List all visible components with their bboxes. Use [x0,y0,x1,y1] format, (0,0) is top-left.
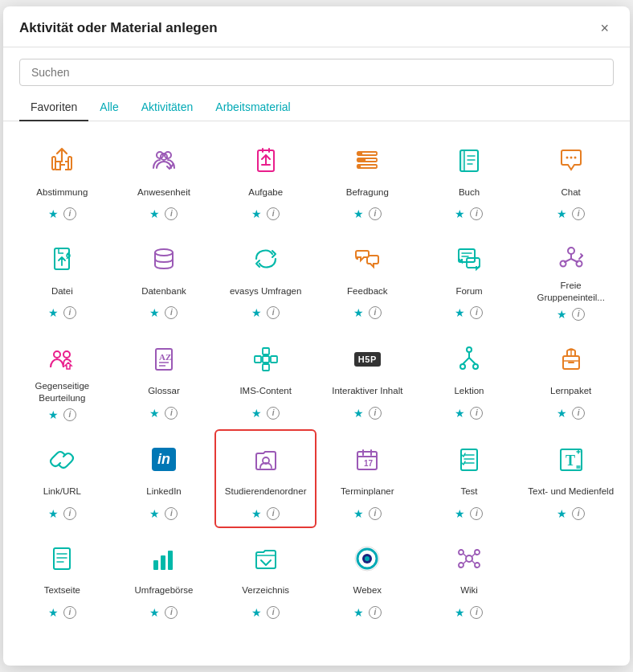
item-terminplaner[interactable]: 17 Terminplaner ★ i [316,429,419,528]
tab-aktivitaeten[interactable]: Aktivitäten [130,94,205,121]
evasys-info[interactable]: i [267,306,280,319]
webex-star[interactable]: ★ [353,607,364,618]
abstimmung-info[interactable]: i [63,207,76,220]
item-studierendenordner[interactable]: Studierendenordner ★ i [214,429,316,528]
link-star[interactable]: ★ [48,508,59,519]
svg-text:17: 17 [364,459,374,468]
glossar-info[interactable]: i [165,407,178,420]
lernpaket-info[interactable]: i [572,407,585,420]
item-befragung[interactable]: Befragung ★ i [316,129,419,228]
wiki-star[interactable]: ★ [455,607,465,618]
item-forum[interactable]: Forum ★ i [419,228,521,329]
buch-info[interactable]: i [470,207,483,220]
abstimmung-actions: ★ i [48,207,76,220]
forum-star[interactable]: ★ [455,307,465,318]
item-ims[interactable]: IMS-Content ★ i [214,329,316,429]
item-webex[interactable]: Webex ★ i [316,528,419,627]
befragung-star[interactable]: ★ [353,208,364,219]
item-chat[interactable]: Chat ★ i [520,129,622,228]
tab-favoriten[interactable]: Favoriten [19,94,88,121]
search-input[interactable] [19,59,614,86]
tab-arbeitsmaterial[interactable]: Arbeitsmaterial [204,94,301,121]
anwesenheit-info[interactable]: i [165,207,178,220]
item-datei[interactable]: Datei ★ i [11,228,113,329]
item-aufgabe[interactable]: Aufgabe ★ i [214,129,316,228]
aufgabe-info[interactable]: i [267,207,280,220]
item-linkedin[interactable]: in LinkedIn ★ i [113,429,215,528]
umfrage-info[interactable]: i [165,606,178,619]
ims-info[interactable]: i [267,407,280,420]
item-lernpaket[interactable]: Lernpaket ★ i [520,329,622,429]
lernpaket-star[interactable]: ★ [557,408,567,419]
item-datenbank[interactable]: Datenbank ★ i [113,228,215,329]
textseite-star[interactable]: ★ [48,607,59,618]
befragung-info[interactable]: i [369,207,382,220]
item-text-medien[interactable]: T Text- und Medienfeld ★ i [520,429,622,528]
item-interaktiv[interactable]: H5P Interaktiver Inhalt ★ i [316,329,419,429]
item-wiki[interactable]: Wiki ★ i [419,528,521,627]
item-abstimmung[interactable]: Abstimmung ★ i [11,129,113,228]
terminplaner-info[interactable]: i [369,507,382,520]
umfrage-actions: ★ i [149,606,178,619]
test-star[interactable]: ★ [455,508,465,519]
close-button[interactable]: × [595,19,614,37]
studierendenordner-info[interactable]: i [267,507,280,520]
tab-alle[interactable]: Alle [88,94,129,121]
feedback-info[interactable]: i [369,306,382,319]
feedback-star[interactable]: ★ [353,307,364,318]
wiki-info[interactable]: i [470,606,483,619]
terminplaner-star[interactable]: ★ [353,508,364,519]
verzeichnis-info[interactable]: i [267,606,280,619]
forum-info[interactable]: i [470,306,483,319]
text-medien-star[interactable]: ★ [557,508,567,519]
verzeichnis-star[interactable]: ★ [251,607,262,618]
aufgabe-star[interactable]: ★ [251,208,262,219]
datei-info[interactable]: i [63,306,76,319]
interaktiv-info[interactable]: i [369,407,382,420]
webex-info[interactable]: i [369,606,382,619]
buch-star[interactable]: ★ [455,208,465,219]
evasys-label: evasys Umfragen [230,280,301,302]
chat-star[interactable]: ★ [557,208,567,219]
item-evasys[interactable]: evasys Umfragen ★ i [214,228,316,329]
item-umfrage[interactable]: Umfragebörse ★ i [113,528,215,627]
datenbank-star[interactable]: ★ [149,307,160,318]
textseite-info[interactable]: i [63,606,76,619]
umfrage-star[interactable]: ★ [149,607,160,618]
item-gegenseitig[interactable]: Gegenseitige Beurteilung ★ i [11,329,113,429]
lektion-star[interactable]: ★ [455,408,465,419]
item-anwesenheit[interactable]: Anwesenheit ★ i [113,129,215,228]
interaktiv-star[interactable]: ★ [353,408,364,419]
item-link[interactable]: Link/URL ★ i [11,429,113,528]
aufgabe-actions: ★ i [251,207,280,220]
gegenseitig-info[interactable]: i [63,408,76,421]
abstimmung-star[interactable]: ★ [48,208,59,219]
datei-star[interactable]: ★ [48,307,59,318]
lektion-info[interactable]: i [470,407,483,420]
chat-info[interactable]: i [572,207,585,220]
linkedin-info[interactable]: i [165,507,178,520]
linkedin-star[interactable]: ★ [149,508,160,519]
item-lektion[interactable]: Lektion ★ i [419,329,521,429]
freie-star[interactable]: ★ [557,309,567,320]
linkedin-icon: in [148,444,180,476]
item-glossar[interactable]: AZ Glossar ★ i [113,329,215,429]
item-buch[interactable]: Buch ★ i [419,129,521,228]
datenbank-info[interactable]: i [165,306,178,319]
gegenseitig-star[interactable]: ★ [48,409,59,420]
test-info[interactable]: i [470,507,483,520]
glossar-star[interactable]: ★ [149,408,160,419]
studierendenordner-star[interactable]: ★ [251,508,262,519]
evasys-star[interactable]: ★ [251,307,262,318]
glossar-label: Glossar [148,380,180,403]
item-feedback[interactable]: Feedback ★ i [316,228,419,329]
item-test[interactable]: Test ★ i [419,429,521,528]
text-medien-info[interactable]: i [572,507,585,520]
item-verzeichnis[interactable]: Verzeichnis ★ i [214,528,316,627]
ims-star[interactable]: ★ [251,408,262,419]
anwesenheit-star[interactable]: ★ [149,208,160,219]
freie-info[interactable]: i [572,308,585,321]
item-freie[interactable]: Freie Gruppeneinteil... ★ i [520,228,622,329]
item-textseite[interactable]: Textseite ★ i [11,528,113,627]
link-info[interactable]: i [63,507,76,520]
